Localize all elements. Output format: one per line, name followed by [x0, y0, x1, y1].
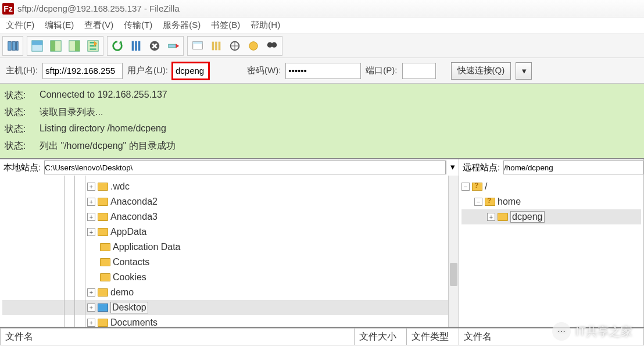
tree-item-label: home — [498, 197, 521, 207]
folder-icon — [98, 288, 108, 297]
title-bar: Fz sftp://dcpeng@192.168.255.137 - FileZ… — [0, 0, 644, 17]
expand-icon[interactable]: + — [87, 198, 95, 206]
log-label: 状态: — [5, 140, 29, 152]
filter-button[interactable] — [207, 37, 225, 55]
tree-item-label: demo — [110, 287, 134, 298]
menu-file[interactable]: 文件(F) — [6, 20, 34, 31]
remote-tree[interactable]: − / − home + dcpeng — [459, 176, 644, 327]
search-button[interactable] — [263, 37, 281, 55]
disconnect-button[interactable] — [164, 37, 182, 55]
svg-rect-0 — [8, 41, 12, 50]
tree-item-user[interactable]: + dcpeng — [461, 209, 641, 224]
toggle-log-button[interactable] — [28, 37, 46, 55]
menu-bookmarks[interactable]: 书签(B) — [211, 20, 240, 31]
tree-item-label: Application Data — [113, 242, 181, 252]
menu-transfer[interactable]: 传输(T) — [124, 20, 152, 31]
tree-item-home[interactable]: − home — [461, 194, 641, 209]
tree-item-label: Anaconda3 — [110, 212, 158, 222]
sitemanager-button[interactable] — [4, 37, 22, 55]
local-tree[interactable]: +.wdc+Anaconda2+Anaconda3+AppDataApplica… — [0, 176, 459, 327]
menu-edit[interactable]: 编辑(E) — [45, 20, 74, 31]
cancel-button[interactable] — [146, 37, 163, 55]
watermark-text: IT共享之家 — [575, 324, 632, 340]
site-row: 本地站点: ▾ 远程站点: — [0, 159, 644, 176]
local-site-dropdown[interactable]: ▾ — [446, 160, 459, 174]
col-filetype[interactable]: 文件类型 — [407, 328, 459, 345]
port-input[interactable] — [402, 63, 436, 79]
log-line: Connected to 192.168.255.137 — [40, 90, 167, 102]
tree-item-label: / — [485, 181, 487, 192]
menu-bar: 文件(F) 编辑(E) 查看(V) 传输(T) 服务器(S) 书签(B) 帮助(… — [0, 17, 644, 34]
compare-button[interactable] — [226, 37, 244, 55]
toggle-remote-tree-button[interactable] — [66, 37, 83, 55]
toggle-local-tree-button[interactable] — [47, 37, 65, 55]
log-line: Listing directory /home/dcpeng — [40, 123, 166, 135]
quickconnect-dropdown[interactable]: ▾ — [516, 62, 532, 80]
collapse-icon[interactable]: − — [461, 183, 470, 191]
svg-rect-4 — [32, 40, 42, 44]
file-list-header: 文件名 文件大小 文件类型 文件名 — [0, 328, 644, 345]
wechat-icon: ⋯ — [552, 322, 571, 341]
scrollbar-thumb[interactable] — [450, 263, 457, 286]
folder-icon — [98, 228, 108, 236]
folder-unknown-icon — [472, 183, 482, 191]
window-title: sftp://dcpeng@192.168.255.137 - FileZill… — [17, 3, 180, 13]
process-queue-button[interactable] — [127, 37, 145, 55]
folder-icon — [98, 213, 108, 221]
local-site-label: 本地站点: — [0, 162, 44, 173]
tree-item-label: AppData — [110, 227, 146, 237]
svg-point-21 — [249, 41, 258, 50]
reconnect-button[interactable] — [189, 37, 206, 55]
svg-rect-19 — [219, 41, 221, 50]
menu-help[interactable]: 帮助(H) — [251, 20, 280, 31]
toggle-queue-button[interactable] — [84, 37, 102, 55]
sync-browse-button[interactable] — [245, 37, 262, 55]
host-input[interactable] — [42, 63, 123, 79]
expand-icon[interactable]: + — [87, 304, 95, 312]
expand-icon[interactable]: + — [87, 319, 95, 327]
menu-server[interactable]: 服务器(S) — [163, 20, 201, 31]
expand-icon[interactable]: + — [87, 183, 95, 191]
tree-item-label: Anaconda2 — [110, 197, 158, 207]
tree-item-label: .wdc — [110, 181, 130, 192]
quickconnect-button[interactable]: 快速连接(Q) — [451, 62, 511, 80]
menu-view[interactable]: 查看(V) — [84, 20, 113, 31]
local-site-path[interactable] — [44, 160, 446, 174]
app-logo-icon: Fz — [2, 3, 14, 15]
svg-rect-18 — [215, 41, 217, 50]
folder-icon — [100, 273, 110, 281]
log-label: 状态: — [5, 90, 29, 102]
expand-icon[interactable]: + — [87, 213, 95, 221]
svg-rect-2 — [16, 41, 18, 50]
port-label: 端口(P): — [366, 65, 397, 76]
local-scrollbar[interactable] — [448, 176, 459, 327]
username-input[interactable] — [173, 63, 209, 79]
svg-rect-1 — [12, 41, 16, 50]
tree-item-label: Cookies — [113, 272, 146, 283]
svg-rect-12 — [138, 41, 141, 51]
svg-rect-24 — [269, 44, 276, 46]
svg-rect-6 — [51, 40, 55, 51]
col-filesize[interactable]: 文件大小 — [355, 328, 407, 345]
password-label: 密码(W): — [247, 65, 281, 76]
tree-item-root[interactable]: − / — [461, 179, 641, 194]
svg-rect-11 — [135, 41, 137, 51]
log-label: 状态: — [5, 106, 29, 119]
log-line: 列出 "/home/dcpeng" 的目录成功 — [40, 140, 176, 152]
remote-site-path[interactable] — [503, 160, 643, 174]
svg-rect-17 — [212, 41, 214, 50]
password-input[interactable] — [285, 63, 361, 79]
folder-icon — [498, 213, 508, 221]
collapse-icon[interactable]: − — [474, 198, 482, 206]
folder-icon — [98, 319, 108, 327]
expand-icon[interactable]: + — [87, 288, 95, 297]
desktop-icon — [98, 304, 108, 312]
folder-icon — [98, 198, 108, 206]
expand-icon[interactable]: + — [487, 213, 495, 221]
toolbar — [0, 34, 644, 58]
refresh-button[interactable] — [109, 37, 126, 55]
col-filename[interactable]: 文件名 — [0, 328, 355, 345]
svg-rect-8 — [75, 40, 80, 51]
svg-rect-16 — [193, 41, 203, 44]
expand-icon[interactable]: + — [87, 228, 95, 236]
